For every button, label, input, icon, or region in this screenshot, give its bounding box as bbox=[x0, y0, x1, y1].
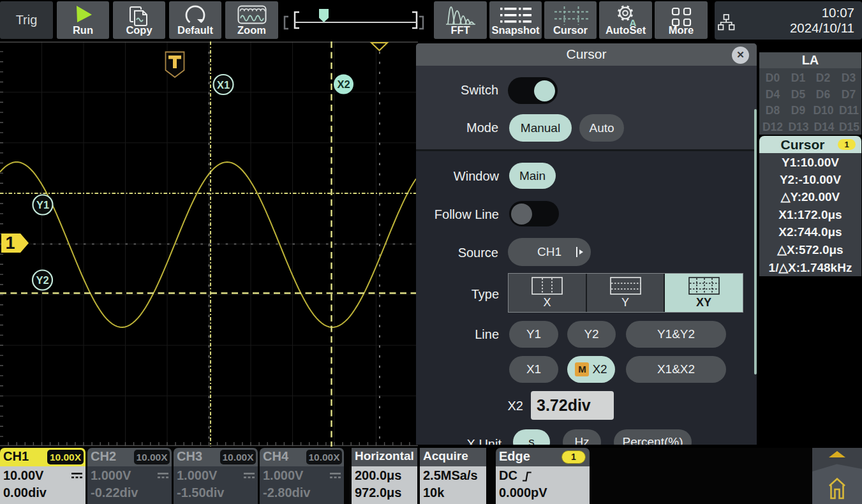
svg-text:Y1: Y1 bbox=[36, 199, 49, 211]
svg-text:X1: X1 bbox=[217, 79, 230, 91]
svg-text:1: 1 bbox=[5, 233, 15, 253]
svg-text:X2: X2 bbox=[337, 78, 350, 90]
svg-text:Y2: Y2 bbox=[36, 274, 48, 286]
